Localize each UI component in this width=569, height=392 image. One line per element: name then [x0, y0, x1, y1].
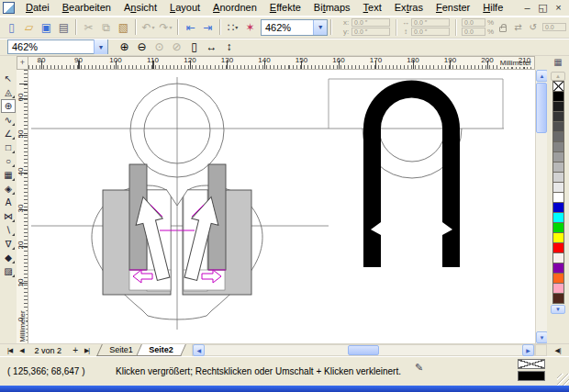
- zoom-out-icon: ⊖: [137, 41, 146, 52]
- paste-button[interactable]: ▧: [115, 18, 132, 36]
- new-button[interactable]: ▯: [3, 18, 20, 36]
- menu-bitmaps[interactable]: Bitmaps: [307, 0, 357, 16]
- interactive-blend-tool[interactable]: ⋈: [1, 209, 16, 223]
- drawing-canvas[interactable]: [28, 70, 535, 343]
- vruler-label-20: 20: [17, 238, 25, 252]
- menu-extras[interactable]: Extras: [388, 0, 430, 16]
- menu-ansicht[interactable]: Ansicht: [117, 0, 163, 16]
- rotate-angle-field: 0.0: [542, 23, 566, 31]
- zoom-toolbar-buttons: ⊕⊖⊙⊘▯↔↕: [116, 39, 238, 56]
- menu-datei[interactable]: Datei: [19, 0, 56, 16]
- toolbar-separator: [177, 19, 179, 35]
- resize-grip[interactable]: [557, 374, 569, 386]
- outline-pen-tool[interactable]: ∇: [1, 237, 16, 251]
- chevron-down-icon[interactable]: ▼: [94, 39, 107, 54]
- cursor-coordinates: ( 125,366; 68,647 ): [7, 366, 116, 376]
- open-button[interactable]: ▱: [20, 18, 38, 36]
- cut-button[interactable]: ✂: [80, 18, 97, 36]
- pick-tool[interactable]: ↖: [1, 72, 16, 85]
- workspace: ↖◬⊕∿∠□○▦◈A⋈∖∇◆▨ Millimeter 6050403020100: [0, 70, 569, 343]
- horizontal-ruler[interactable]: Millimeter 80901001101201301401501601701…: [28, 56, 535, 70]
- redo-button[interactable]: ↷▾: [157, 18, 174, 36]
- scale-x-field: 0.0: [462, 18, 485, 27]
- rectangle-tool[interactable]: □: [1, 140, 16, 154]
- toolbar-separator: [75, 19, 77, 35]
- rotate-icon[interactable]: ↺: [528, 22, 539, 32]
- restore-button[interactable]: ◱: [535, 2, 551, 15]
- zoom-page-button[interactable]: ▯: [185, 39, 203, 56]
- print-button[interactable]: ▤: [55, 18, 73, 36]
- palette-scroll-up-button[interactable]: ▲: [551, 72, 565, 81]
- close-button[interactable]: ×: [551, 2, 566, 15]
- chevron-down-icon[interactable]: ▼: [313, 20, 327, 35]
- zoom-out-button[interactable]: ⊖: [133, 39, 151, 56]
- zoom-level-combo[interactable]: 462% ▼: [261, 19, 328, 36]
- prev-page-button[interactable]: ◀: [16, 347, 27, 354]
- menu-fenster[interactable]: Fenster: [430, 0, 476, 16]
- fill-tool[interactable]: ◆: [1, 251, 16, 264]
- view-navigator-icon[interactable]: ▦: [547, 56, 569, 70]
- scroll-track[interactable]: [536, 134, 547, 331]
- zoom-levels-combo[interactable]: 462% ▼: [7, 39, 108, 54]
- basic-shapes-tool[interactable]: ◈: [1, 182, 16, 196]
- scale-y-field: 0.0: [462, 28, 485, 36]
- app-launcher-button[interactable]: ∷▾: [224, 18, 241, 36]
- menu-effekte[interactable]: Effekte: [263, 0, 307, 16]
- import-icon: ⇤: [185, 22, 195, 33]
- zoom-selected-button[interactable]: ⊘: [168, 39, 185, 56]
- import-button[interactable]: ⇤: [182, 18, 199, 36]
- vertical-ruler[interactable]: Millimeter 6050403020100: [17, 70, 28, 343]
- zoom-height-button[interactable]: ↕: [220, 39, 238, 56]
- hruler-label-210: 210: [519, 57, 530, 64]
- zoom-width-button[interactable]: ↔: [203, 39, 220, 56]
- add-page-button[interactable]: +: [69, 345, 81, 355]
- graph-paper-tool[interactable]: ▦: [1, 168, 16, 182]
- hruler-label-150: 150: [296, 57, 307, 64]
- bezier-tool[interactable]: ∠: [1, 127, 16, 140]
- tab-seite2[interactable]: Seite2: [136, 344, 185, 356]
- scroll-left-icon[interactable]: ◀: [193, 344, 205, 356]
- tab-label: Seite1: [109, 345, 133, 354]
- zoom-actual-button[interactable]: ⊙: [151, 39, 168, 56]
- text-tool[interactable]: A: [1, 196, 16, 209]
- copy-button[interactable]: ⧉: [97, 18, 115, 36]
- skew-icon[interactable]: ⇄: [512, 22, 523, 32]
- horizontal-scrollbar[interactable]: ◀ ▶: [192, 344, 535, 356]
- horizontal-scroll-thumb[interactable]: [348, 345, 379, 355]
- zoom-tool[interactable]: ⊕: [1, 99, 16, 113]
- save-button[interactable]: ▣: [38, 18, 55, 36]
- ruler-origin-button[interactable]: +: [17, 56, 28, 70]
- shackle-black[interactable]: [363, 81, 460, 268]
- lock-ratio-icon[interactable]: [499, 27, 507, 32]
- swatch-#50281c[interactable]: [552, 293, 564, 304]
- eyedropper-tool[interactable]: ∖: [1, 223, 16, 237]
- position-fields: x:0.0 ″ y:0.0 ″: [342, 18, 390, 36]
- last-page-button[interactable]: ▶|: [81, 347, 93, 354]
- menu-anordnen[interactable]: Anordnen: [206, 0, 263, 16]
- palette-flyout-button[interactable]: ◀|: [547, 347, 569, 354]
- export-button[interactable]: ⇥: [199, 18, 217, 36]
- menu-layout[interactable]: Layout: [163, 0, 206, 16]
- menu-bearbeiten[interactable]: Bearbeiten: [56, 0, 117, 16]
- vertical-scroll-thumb[interactable]: [536, 83, 547, 133]
- zoom-in-button[interactable]: ⊕: [116, 39, 133, 56]
- width-icon: ↔: [402, 18, 409, 27]
- freehand-tool[interactable]: ∿: [1, 113, 16, 127]
- corel-online-button[interactable]: ✶: [241, 18, 259, 36]
- palette-scroll-down-button[interactable]: ▼: [551, 305, 565, 314]
- undo-button[interactable]: ↶▾: [139, 18, 157, 36]
- menu-hilfe[interactable]: Hilfe: [476, 0, 509, 16]
- toolbar-separator: [219, 19, 221, 35]
- toolbar-separator: [330, 19, 332, 35]
- vruler-label-60: 60: [17, 90, 25, 105]
- vertical-scrollbar[interactable]: ▲ ▼: [535, 70, 547, 343]
- interactive-fill-tool[interactable]: ▨: [1, 264, 16, 278]
- shape-tool[interactable]: ◬: [1, 85, 16, 99]
- first-page-button[interactable]: |◀: [4, 347, 16, 354]
- menu-text[interactable]: Text: [357, 0, 388, 16]
- ellipse-tool[interactable]: ○: [1, 154, 16, 168]
- app-icon: [3, 2, 15, 14]
- zoom-height-icon: ↕: [227, 41, 232, 52]
- scroll-right-icon[interactable]: ▶: [522, 344, 534, 356]
- minimize-button[interactable]: –: [519, 2, 535, 15]
